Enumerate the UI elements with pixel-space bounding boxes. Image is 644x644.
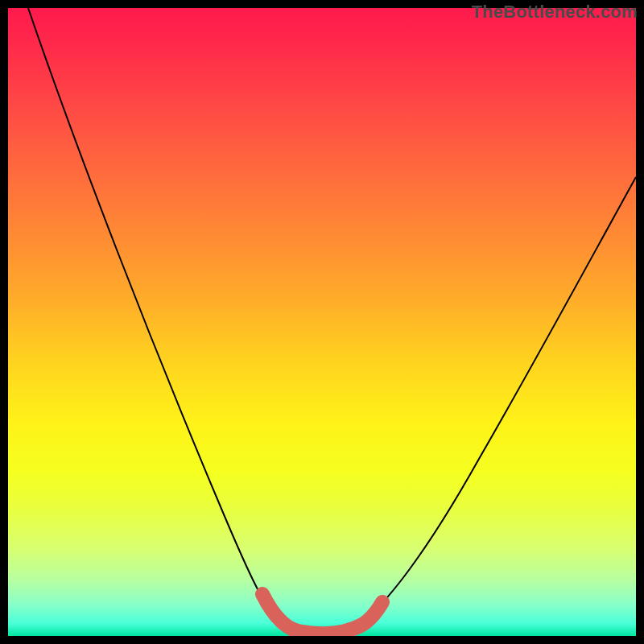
- chart-frame: TheBottleneck.com: [0, 0, 644, 644]
- plot-area: [8, 8, 636, 636]
- curve-right: [362, 177, 636, 621]
- bottleneck-curve: [8, 8, 636, 636]
- watermark-text: TheBottleneck.com: [472, 2, 638, 23]
- highlight-band: [262, 594, 382, 634]
- curve-left: [28, 8, 278, 620]
